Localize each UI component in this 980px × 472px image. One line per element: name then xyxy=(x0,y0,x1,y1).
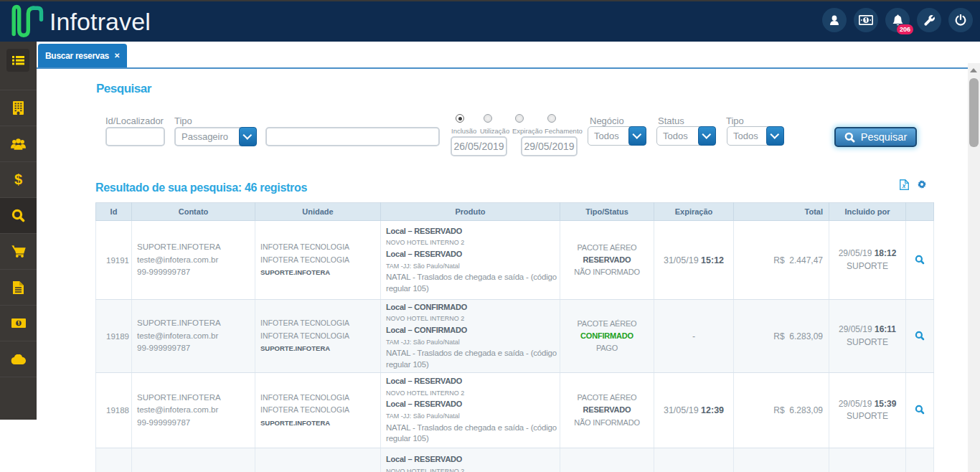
svg-text:x: x xyxy=(901,182,906,189)
